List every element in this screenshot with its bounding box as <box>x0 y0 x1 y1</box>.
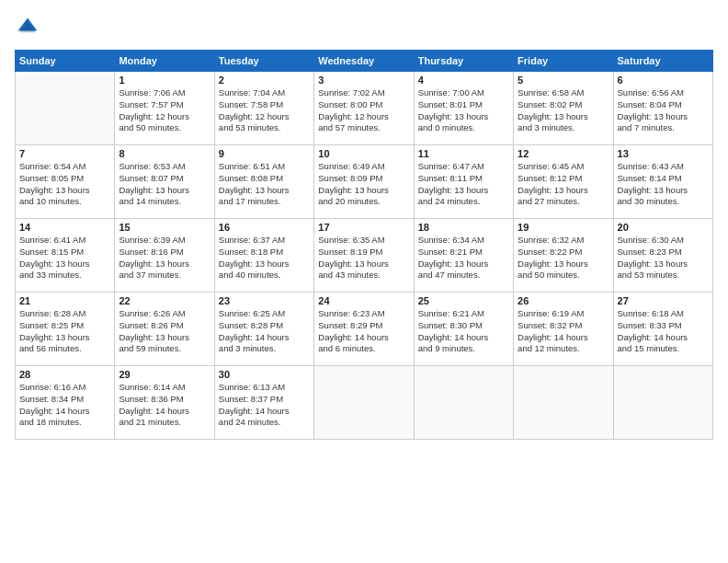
day-info: Sunrise: 6:21 AMSunset: 8:30 PMDaylight:… <box>418 308 509 355</box>
page: SundayMondayTuesdayWednesdayThursdayFrid… <box>0 0 728 563</box>
day-cell: 18Sunrise: 6:34 AMSunset: 8:21 PMDayligh… <box>414 219 513 293</box>
week-row-2: 7Sunrise: 6:54 AMSunset: 8:05 PMDaylight… <box>16 145 713 219</box>
day-info: Sunrise: 6:16 AMSunset: 8:34 PMDaylight:… <box>19 382 110 429</box>
day-number: 9 <box>219 148 310 159</box>
day-info: Sunrise: 6:26 AMSunset: 8:26 PMDaylight:… <box>119 308 210 355</box>
day-info: Sunrise: 6:13 AMSunset: 8:37 PMDaylight:… <box>219 382 310 429</box>
day-cell: 16Sunrise: 6:37 AMSunset: 8:18 PMDayligh… <box>214 219 313 293</box>
day-info: Sunrise: 6:54 AMSunset: 8:05 PMDaylight:… <box>19 161 110 208</box>
day-cell: 28Sunrise: 6:16 AMSunset: 8:34 PMDayligh… <box>16 366 115 440</box>
day-number: 18 <box>418 222 509 233</box>
day-cell: 26Sunrise: 6:19 AMSunset: 8:32 PMDayligh… <box>514 293 613 366</box>
week-row-5: 28Sunrise: 6:16 AMSunset: 8:34 PMDayligh… <box>16 366 713 440</box>
day-cell: 14Sunrise: 6:41 AMSunset: 8:15 PMDayligh… <box>16 219 115 293</box>
day-number: 15 <box>119 222 210 233</box>
day-cell: 27Sunrise: 6:18 AMSunset: 8:33 PMDayligh… <box>613 293 712 366</box>
day-cell: 17Sunrise: 6:35 AMSunset: 8:19 PMDayligh… <box>314 219 414 293</box>
day-number: 26 <box>518 295 609 306</box>
day-number: 10 <box>318 148 409 159</box>
day-cell: 23Sunrise: 6:25 AMSunset: 8:28 PMDayligh… <box>214 293 313 366</box>
day-info: Sunrise: 6:18 AMSunset: 8:33 PMDaylight:… <box>618 308 709 355</box>
day-info: Sunrise: 6:28 AMSunset: 8:25 PMDaylight:… <box>19 308 110 355</box>
day-number: 6 <box>618 75 709 86</box>
day-number: 1 <box>119 75 210 86</box>
day-info: Sunrise: 6:19 AMSunset: 8:32 PMDaylight:… <box>518 308 609 355</box>
day-cell: 21Sunrise: 6:28 AMSunset: 8:25 PMDayligh… <box>16 293 115 366</box>
day-info: Sunrise: 6:23 AMSunset: 8:29 PMDaylight:… <box>318 308 409 355</box>
day-cell: 6Sunrise: 6:56 AMSunset: 8:04 PMDaylight… <box>613 72 712 145</box>
day-info: Sunrise: 6:49 AMSunset: 8:09 PMDaylight:… <box>318 161 409 208</box>
calendar-header: SundayMondayTuesdayWednesdayThursdayFrid… <box>16 51 713 72</box>
day-cell: 24Sunrise: 6:23 AMSunset: 8:29 PMDayligh… <box>314 293 414 366</box>
day-cell: 15Sunrise: 6:39 AMSunset: 8:16 PMDayligh… <box>115 219 214 293</box>
day-number: 3 <box>318 75 409 86</box>
day-info: Sunrise: 6:41 AMSunset: 8:15 PMDaylight:… <box>19 235 110 282</box>
day-cell: 9Sunrise: 6:51 AMSunset: 8:08 PMDaylight… <box>214 145 313 219</box>
day-info: Sunrise: 6:39 AMSunset: 8:16 PMDaylight:… <box>119 235 210 282</box>
day-cell: 1Sunrise: 7:06 AMSunset: 7:57 PMDaylight… <box>115 72 214 145</box>
week-row-1: 1Sunrise: 7:06 AMSunset: 7:57 PMDaylight… <box>16 72 713 145</box>
day-cell: 5Sunrise: 6:58 AMSunset: 8:02 PMDaylight… <box>514 72 613 145</box>
day-cell: 19Sunrise: 6:32 AMSunset: 8:22 PMDayligh… <box>514 219 613 293</box>
day-number: 17 <box>318 222 409 233</box>
day-cell <box>314 366 414 440</box>
col-header-saturday: Saturday <box>613 51 712 72</box>
day-number: 4 <box>418 75 509 86</box>
day-cell: 2Sunrise: 7:04 AMSunset: 7:58 PMDaylight… <box>214 72 313 145</box>
day-cell: 8Sunrise: 6:53 AMSunset: 8:07 PMDaylight… <box>115 145 214 219</box>
day-info: Sunrise: 6:35 AMSunset: 8:19 PMDaylight:… <box>318 235 409 282</box>
day-number: 23 <box>219 295 310 306</box>
day-number: 25 <box>418 295 509 306</box>
day-info: Sunrise: 6:32 AMSunset: 8:22 PMDaylight:… <box>518 235 609 282</box>
week-row-4: 21Sunrise: 6:28 AMSunset: 8:25 PMDayligh… <box>16 293 713 366</box>
day-info: Sunrise: 6:56 AMSunset: 8:04 PMDaylight:… <box>618 87 709 134</box>
day-info: Sunrise: 6:45 AMSunset: 8:12 PMDaylight:… <box>518 161 609 208</box>
day-number: 14 <box>19 222 110 233</box>
day-info: Sunrise: 6:58 AMSunset: 8:02 PMDaylight:… <box>518 87 609 134</box>
calendar-body: 1Sunrise: 7:06 AMSunset: 7:57 PMDaylight… <box>16 72 713 440</box>
day-number: 11 <box>418 148 509 159</box>
day-cell <box>613 366 712 440</box>
day-number: 30 <box>219 369 310 380</box>
col-header-sunday: Sunday <box>16 51 115 72</box>
day-info: Sunrise: 6:14 AMSunset: 8:36 PMDaylight:… <box>119 382 210 429</box>
day-info: Sunrise: 6:47 AMSunset: 8:11 PMDaylight:… <box>418 161 509 208</box>
day-number: 22 <box>119 295 210 306</box>
day-number: 16 <box>219 222 310 233</box>
day-number: 24 <box>318 295 409 306</box>
day-info: Sunrise: 7:04 AMSunset: 7:58 PMDaylight:… <box>219 87 310 134</box>
col-header-monday: Monday <box>115 51 214 72</box>
day-cell: 11Sunrise: 6:47 AMSunset: 8:11 PMDayligh… <box>414 145 513 219</box>
day-info: Sunrise: 6:53 AMSunset: 8:07 PMDaylight:… <box>119 161 210 208</box>
day-number: 20 <box>618 222 709 233</box>
week-row-3: 14Sunrise: 6:41 AMSunset: 8:15 PMDayligh… <box>16 219 713 293</box>
day-number: 27 <box>618 295 709 306</box>
day-cell: 20Sunrise: 6:30 AMSunset: 8:23 PMDayligh… <box>613 219 712 293</box>
day-info: Sunrise: 6:51 AMSunset: 8:08 PMDaylight:… <box>219 161 310 208</box>
header <box>15 15 713 40</box>
day-info: Sunrise: 6:25 AMSunset: 8:28 PMDaylight:… <box>219 308 310 355</box>
day-number: 5 <box>518 75 609 86</box>
day-cell: 12Sunrise: 6:45 AMSunset: 8:12 PMDayligh… <box>514 145 613 219</box>
day-info: Sunrise: 6:30 AMSunset: 8:23 PMDaylight:… <box>618 235 709 282</box>
day-info: Sunrise: 7:06 AMSunset: 7:57 PMDaylight:… <box>119 87 210 134</box>
day-info: Sunrise: 6:34 AMSunset: 8:21 PMDaylight:… <box>418 235 509 282</box>
col-header-tuesday: Tuesday <box>214 51 313 72</box>
logo-icon <box>15 15 40 40</box>
day-cell <box>514 366 613 440</box>
day-number: 28 <box>19 369 110 380</box>
day-number: 29 <box>119 369 210 380</box>
day-cell: 4Sunrise: 7:00 AMSunset: 8:01 PMDaylight… <box>414 72 513 145</box>
day-number: 7 <box>19 148 110 159</box>
day-number: 13 <box>618 148 709 159</box>
day-cell: 3Sunrise: 7:02 AMSunset: 8:00 PMDaylight… <box>314 72 414 145</box>
day-cell: 13Sunrise: 6:43 AMSunset: 8:14 PMDayligh… <box>613 145 712 219</box>
day-cell <box>16 72 115 145</box>
logo <box>15 15 44 40</box>
day-cell <box>414 366 513 440</box>
day-info: Sunrise: 7:02 AMSunset: 8:00 PMDaylight:… <box>318 87 409 134</box>
day-cell: 30Sunrise: 6:13 AMSunset: 8:37 PMDayligh… <box>214 366 313 440</box>
day-cell: 7Sunrise: 6:54 AMSunset: 8:05 PMDaylight… <box>16 145 115 219</box>
day-info: Sunrise: 6:43 AMSunset: 8:14 PMDaylight:… <box>618 161 709 208</box>
day-number: 8 <box>119 148 210 159</box>
